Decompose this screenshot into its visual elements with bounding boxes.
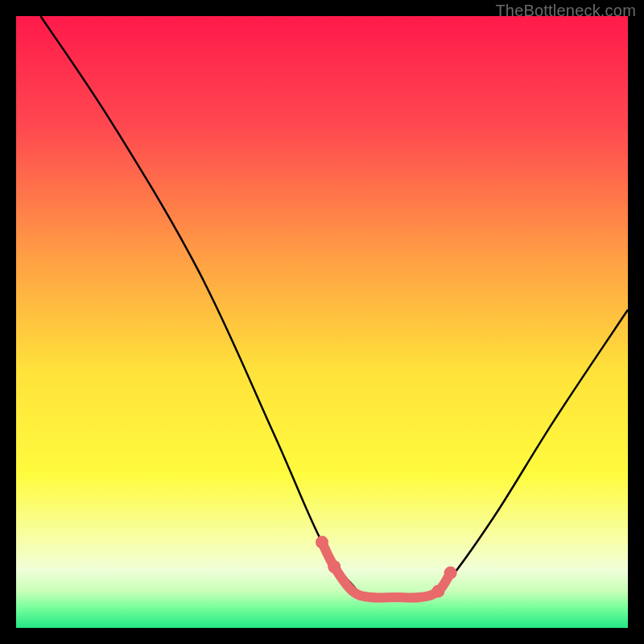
chart-svg — [16, 16, 628, 628]
highlight-marker — [444, 567, 457, 580]
highlight-marker — [431, 584, 444, 597]
highlight-marker — [316, 536, 328, 549]
plot-area — [16, 16, 628, 628]
highlight-marker — [328, 560, 341, 573]
chart-frame: TheBottleneck.com — [0, 0, 644, 644]
watermark-text: TheBottleneck.com — [495, 2, 636, 20]
